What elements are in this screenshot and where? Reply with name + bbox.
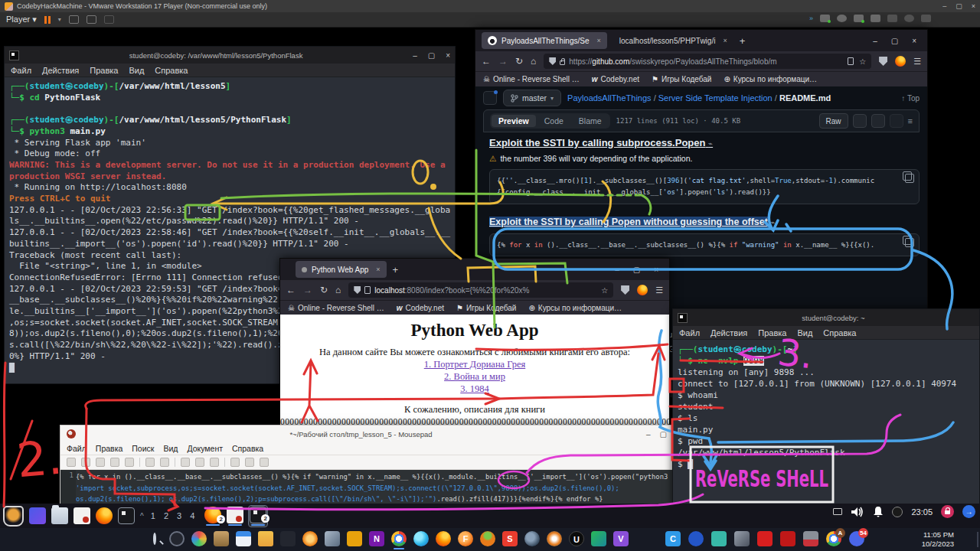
pycharm-icon[interactable] xyxy=(591,531,606,546)
menu-item[interactable]: Вид xyxy=(129,66,144,75)
pause-button[interactable] xyxy=(44,16,51,24)
bookmark-item[interactable]: wCodeby.net xyxy=(397,304,444,312)
taskbar-terminal-running[interactable]: 2 xyxy=(249,506,267,527)
copy-icon[interactable] xyxy=(195,458,204,467)
search-icon[interactable] xyxy=(230,458,240,467)
fl-studio-icon[interactable]: F xyxy=(458,531,473,546)
task-view-icon[interactable] xyxy=(169,531,185,546)
bookmark-item[interactable]: wCodeby.net xyxy=(592,75,639,83)
code-block-subprocess[interactable]: {{''.__class__.mro()[1].__subclasses__()… xyxy=(489,169,920,204)
screen-lock-icon[interactable] xyxy=(941,505,954,518)
workspace-switcher[interactable]: 1 2 3 4 xyxy=(151,511,198,520)
vm-disk-icon[interactable] xyxy=(871,15,880,22)
taskbar-mousepad-running[interactable] xyxy=(227,507,243,526)
bookmark-item[interactable]: ☠Online - Reverse Shell … xyxy=(483,75,580,83)
firefox-launcher[interactable] xyxy=(96,507,113,524)
cut-icon[interactable] xyxy=(181,458,190,467)
tab-preview[interactable]: Preview xyxy=(492,115,536,127)
search-icon[interactable] xyxy=(147,531,162,546)
forward-button[interactable]: → xyxy=(498,56,508,67)
bookmark-item[interactable]: ⊕Курсы по информаци… xyxy=(528,304,622,312)
terminal-launcher[interactable] xyxy=(118,507,135,524)
terminal1-titlebar[interactable]: student@codeby: /var/www/html/lesson5/Py… xyxy=(5,47,455,64)
store-icon[interactable] xyxy=(280,531,296,546)
sublime-icon[interactable]: S xyxy=(502,531,518,546)
firefox-account-icon[interactable] xyxy=(895,56,906,67)
new-tab-button[interactable]: + xyxy=(740,35,746,47)
menu-item[interactable]: Действия xyxy=(42,66,79,75)
menu-item[interactable]: Правка xyxy=(90,66,118,75)
tab-python-web-app[interactable]: Python Web App × xyxy=(296,261,387,278)
firefox-icon[interactable] xyxy=(436,531,451,546)
firefox1-close-button[interactable]: × xyxy=(912,37,916,45)
back-button[interactable]: ← xyxy=(286,285,296,295)
terminal2-output[interactable]: ┌──(student㉿codeby)-[~]└─$ nc -nvlp 9898… xyxy=(673,340,979,474)
maps-pin-icon[interactable] xyxy=(688,531,704,546)
protections-shield-icon[interactable] xyxy=(879,57,887,66)
vm-clock-icon[interactable] xyxy=(837,15,847,22)
chrome-profile-icon[interactable]: A xyxy=(826,531,841,546)
bookmark-item[interactable]: ⊕Курсы по информаци… xyxy=(724,75,817,83)
tracking-shield-icon[interactable] xyxy=(549,57,556,65)
terminal1-close-button[interactable]: × xyxy=(446,51,450,60)
cinema4d-icon[interactable] xyxy=(524,531,540,546)
breadcrumb-folder-link[interactable]: Server Side Template Injection xyxy=(658,93,773,103)
mousepad-edit-area[interactable]: 1 {% for x in ().__class__.__base__.__su… xyxy=(60,470,673,507)
bookmark-item[interactable]: ⚑Игры Кодебай xyxy=(652,75,711,83)
tab-close-icon[interactable]: × xyxy=(723,37,727,44)
menu-item[interactable]: Документ xyxy=(187,444,223,453)
close-file-icon[interactable] xyxy=(125,458,134,467)
terminal2-titlebar[interactable]: student@codeby: ~ xyxy=(673,309,979,326)
copy-raw-icon[interactable] xyxy=(853,114,867,128)
send-cad-icon[interactable] xyxy=(69,15,79,24)
power-manager-icon[interactable] xyxy=(892,507,903,517)
menu-item[interactable]: Вид xyxy=(797,328,812,337)
notification-bell-icon[interactable] xyxy=(873,506,884,518)
vmware-icon[interactable] xyxy=(347,531,362,546)
tracking-shield-icon[interactable] xyxy=(354,286,361,294)
file-tree-toggle-icon[interactable] xyxy=(483,91,497,105)
bookmark-item[interactable]: ☠Online - Reverse Shell … xyxy=(288,304,384,312)
menu-item[interactable]: Файл xyxy=(67,444,87,453)
hamburger-menu-icon[interactable]: ☰ xyxy=(913,57,921,67)
url-bar[interactable]: https://github.com/swisskyrepo/PayloadsA… xyxy=(544,54,871,69)
discord-icon[interactable]: 54 xyxy=(849,531,864,546)
logout-icon[interactable]: → xyxy=(962,505,975,518)
menu-item[interactable]: Файл xyxy=(11,66,31,75)
visual-studio-icon[interactable]: V xyxy=(613,531,629,546)
vm-sound-icon[interactable] xyxy=(887,15,897,22)
menu-item[interactable]: Правка xyxy=(96,444,122,453)
bookmark-star-icon[interactable]: ☆ xyxy=(601,286,608,295)
mousepad-maximize-button[interactable]: ▢ xyxy=(660,430,667,439)
red-gear-icon[interactable] xyxy=(757,531,773,546)
tab-close-icon[interactable]: × xyxy=(376,266,380,273)
window-list-icon[interactable] xyxy=(833,508,842,515)
paste-icon[interactable] xyxy=(210,458,219,467)
raw-button[interactable]: Raw xyxy=(819,113,848,129)
forward-button[interactable]: → xyxy=(303,285,312,295)
new-tab-button[interactable]: + xyxy=(393,264,399,276)
file-explorer-icon[interactable] xyxy=(258,531,273,546)
blender-icon[interactable] xyxy=(547,531,562,546)
reload-button[interactable]: ↻ xyxy=(320,285,328,295)
breadcrumb-repo-link[interactable]: PayloadsAllTheThings xyxy=(567,93,651,103)
firefox1-minimize-button[interactable]: – xyxy=(873,37,877,45)
carrot-daw-icon[interactable] xyxy=(480,531,495,546)
terminal1-maximize-button[interactable]: ▢ xyxy=(428,51,435,60)
vm-display-icon[interactable] xyxy=(820,15,830,22)
menu-item[interactable]: Действия xyxy=(710,328,747,337)
anchor-link-icon[interactable]: ⌁ xyxy=(770,218,775,227)
portrait-app-icon[interactable] xyxy=(214,531,229,546)
vm-network-icon[interactable] xyxy=(854,15,864,22)
outline-icon[interactable]: ≡ xyxy=(908,116,913,126)
undo-icon[interactable] xyxy=(145,458,155,467)
browser2-close-button[interactable]: × xyxy=(654,266,658,274)
save-as-icon[interactable] xyxy=(110,458,119,467)
menu-item[interactable]: Поиск xyxy=(132,444,154,453)
menu-item[interactable]: Справка xyxy=(232,444,263,453)
bookmark-star-icon[interactable]: ☆ xyxy=(859,57,866,66)
mousepad-minimize-button[interactable]: – xyxy=(646,430,651,439)
terminal1-minimize-button[interactable]: – xyxy=(413,51,417,60)
windows-clock[interactable]: 11:05 PM 10/2/2023 xyxy=(922,530,954,549)
onenote-icon[interactable]: N xyxy=(369,531,384,546)
